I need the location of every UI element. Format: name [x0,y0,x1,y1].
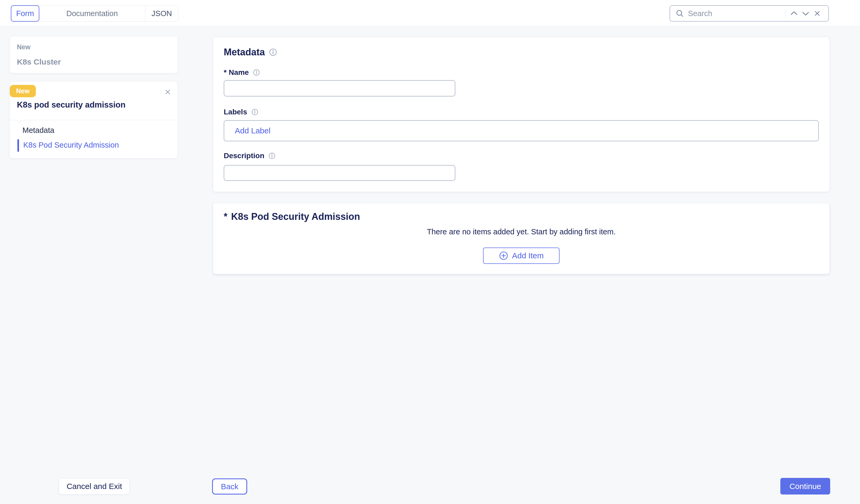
pod-security-admission-card: * K8s Pod Security Admission There are n… [213,203,830,274]
search-icon [675,9,685,18]
tab-json[interactable]: JSON [145,5,178,21]
description-field-label: Description [224,151,275,160]
wizard-page: Form Documentation JSON [0,0,860,504]
close-icon[interactable] [164,88,172,96]
labels-label-text: Labels [224,108,247,116]
items-title-text: K8s Pod Security Admission [231,211,360,222]
continue-button[interactable]: Continue [780,478,830,494]
search-next-chevron-down-icon[interactable] [800,8,812,19]
required-asterisk: * [224,211,227,222]
new-badge: New [10,85,36,97]
cluster-summary-card: New K8s Cluster [10,36,177,73]
items-section-title: * K8s Pod Security Admission [224,211,360,222]
info-icon[interactable] [253,69,260,76]
add-item-button[interactable]: Add Item [483,248,560,264]
tab-form[interactable]: Form [11,5,39,21]
info-icon[interactable] [252,108,258,116]
description-label-text: Description [224,151,264,160]
expand-notch [16,117,23,123]
sidebar-item-k8s-pod-security-admission[interactable]: K8s Pod Security Admission [23,141,119,149]
sidebar-item-metadata[interactable]: Metadata [23,126,54,135]
info-icon[interactable] [269,48,277,56]
add-item-label: Add Item [512,251,544,260]
view-tab-group: Form Documentation JSON [11,5,178,21]
plus-circle-icon [499,251,508,261]
cluster-status-label: New [17,43,177,51]
search-divider [785,9,786,18]
search-box [670,5,829,21]
metadata-section-title: Metadata [224,47,277,58]
name-label-text: Name [229,68,249,77]
labels-field-label: Labels [224,108,258,116]
description-input[interactable] [224,165,455,181]
profile-title: K8s pod security admission [17,100,126,110]
active-nav-bar [17,139,19,152]
tab-documentation[interactable]: Documentation [39,5,145,21]
cluster-title: K8s Cluster [17,58,177,66]
metadata-section-card: Metadata * Name Labels [213,37,830,192]
name-field-label: * Name [224,68,260,77]
search-input[interactable] [688,9,784,18]
name-input[interactable] [224,80,455,97]
search-clear-close-icon[interactable] [812,8,823,19]
profile-stepper-card: New K8s pod security admission Metadata … [10,82,177,158]
empty-state-text: There are no items added yet. Start by a… [213,227,829,236]
add-label-button[interactable]: Add Label [235,126,270,135]
top-bar: Form Documentation JSON [0,0,860,26]
search-prev-chevron-up-icon[interactable] [788,8,800,19]
metadata-title-text: Metadata [224,47,265,58]
required-asterisk: * [224,68,227,77]
back-button[interactable]: Back [212,478,247,494]
info-icon[interactable] [269,152,275,159]
labels-container: Add Label [224,120,819,141]
cancel-and-exit-button[interactable]: Cancel and Exit [59,478,130,494]
